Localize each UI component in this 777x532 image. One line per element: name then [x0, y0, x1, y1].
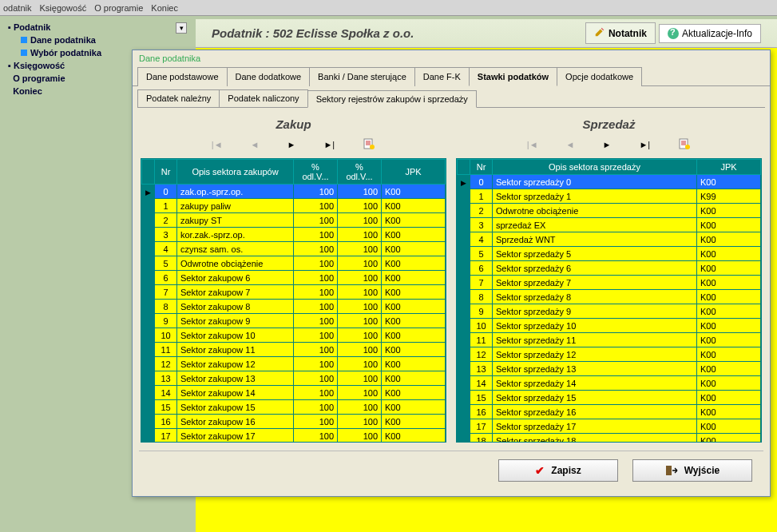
- nav-root[interactable]: ▪ Podatnik: [5, 21, 187, 34]
- col-header[interactable]: Nr: [470, 160, 493, 175]
- col-header[interactable]: Opis sektora zakupów: [177, 160, 294, 185]
- table-row[interactable]: 0Sektor sprzedaży 0K00: [458, 175, 761, 189]
- tab-notatnik-label: Notatnik: [609, 28, 647, 39]
- col-header[interactable]: % odl.V...: [338, 160, 382, 185]
- table-row[interactable]: 18Sektor sprzedaży 18K00: [458, 434, 761, 443]
- table-row[interactable]: 6Sektor sprzedaży 6K00: [458, 261, 761, 276]
- exit-button[interactable]: Wyjście: [632, 459, 752, 482]
- tab-notatnik[interactable]: Notatnik: [585, 22, 656, 44]
- table-row[interactable]: 1Sektor sprzedaży 1K99: [458, 189, 761, 204]
- page-title: Podatnik : 502 Eclisse Społka z o.o.: [212, 26, 582, 40]
- table-row[interactable]: 2zakupy ST100100K00: [142, 213, 446, 228]
- table-row[interactable]: 1zakupy paliw100100K00: [142, 199, 446, 213]
- table-row[interactable]: 9Sektor zakupow 9100100K00: [142, 314, 446, 328]
- outer-tab-0[interactable]: Dane podstawowe: [137, 67, 228, 86]
- outer-tab-4[interactable]: Stawki podatków: [469, 67, 557, 86]
- zakup-navrow: |◄ ◄ ► ►|: [141, 136, 446, 153]
- menu-koniec[interactable]: Koniec: [151, 3, 178, 13]
- table-row[interactable]: 11Sektor zakupow 11100100K00: [142, 343, 446, 357]
- outer-tab-3[interactable]: Dane F-K: [414, 67, 470, 86]
- inner-tab-0[interactable]: Podatek należny: [137, 89, 220, 107]
- collapse-icon[interactable]: ▾: [176, 22, 187, 34]
- table-row[interactable]: 7Sektor sprzedaży 7K00: [458, 276, 761, 290]
- table-row[interactable]: 12Sektor sprzedaży 12K00: [458, 347, 761, 362]
- table-row[interactable]: 3sprzedaż EXK00: [458, 218, 761, 232]
- table-row[interactable]: 10Sektor sprzedaży 10K00: [458, 319, 761, 333]
- nav-prev-icon[interactable]: ◄: [251, 140, 260, 149]
- save-button-label: Zapisz: [551, 465, 581, 476]
- exit-button-label: Wyjście: [684, 465, 720, 476]
- table-row[interactable]: 11Sektor sprzedaży 11K00: [458, 333, 761, 347]
- new-doc-icon[interactable]: [363, 137, 375, 152]
- table-row[interactable]: 15Sektor zakupow 15100100K00: [142, 400, 446, 415]
- header-strip: Podatnik : 502 Eclisse Społka z o.o. Not…: [196, 19, 777, 48]
- sprzedaz-navrow: |◄ ◄ ► ►|: [456, 136, 762, 153]
- col-header[interactable]: JPK: [697, 160, 761, 175]
- outer-tab-5[interactable]: Opcje dodatkowe: [557, 67, 642, 86]
- svg-rect-4: [666, 466, 672, 475]
- table-row[interactable]: 0zak.op.-sprz.op.100100K00: [142, 185, 446, 199]
- table-row[interactable]: 16Sektor sprzedaży 16K00: [458, 405, 761, 419]
- nav-first-icon[interactable]: |◄: [212, 140, 223, 149]
- table-row[interactable]: 4czynsz sam. os.100100K00: [142, 242, 446, 256]
- outer-tabs: Dane podstawoweDane dodatkoweBanki / Dan…: [133, 66, 770, 86]
- modal-footer: ✔ Zapisz Wyjście: [139, 451, 763, 490]
- col-header[interactable]: Opis sektora sprzedaży: [493, 160, 697, 175]
- table-row[interactable]: 6Sektor zakupow 6100100K00: [142, 271, 446, 285]
- menu-ksiegowosc[interactable]: Księgowość: [39, 3, 86, 13]
- table-row[interactable]: 13Sektor sprzedaży 13K00: [458, 362, 761, 376]
- table-row[interactable]: 16Sektor zakupow 16100100K00: [142, 415, 446, 429]
- nav-next-icon[interactable]: ►: [287, 140, 296, 149]
- table-row[interactable]: 15Sektor sprzedaży 15K00: [458, 391, 761, 405]
- table-row[interactable]: 5Odwrotne obciążenie100100K00: [142, 256, 446, 271]
- table-row[interactable]: 17Sektor sprzedaży 17K00: [458, 419, 761, 434]
- table-row[interactable]: 2Odwrotne obciążenieK00: [458, 204, 761, 218]
- tab-aktualizacje[interactable]: Aktualizacje-Info: [659, 24, 761, 43]
- nav-last-icon[interactable]: ►|: [639, 140, 650, 149]
- outer-tab-1[interactable]: Dane dodatkowe: [227, 67, 311, 86]
- table-row[interactable]: 14Sektor zakupow 14100100K00: [142, 386, 446, 400]
- table-row[interactable]: 17Sektor zakupow 17100100K00: [142, 429, 446, 443]
- sprzedaz-grid[interactable]: NrOpis sektora sprzedażyJPK 0Sektor sprz…: [456, 158, 762, 443]
- nav-dane-podatnika[interactable]: Dane podatnika: [5, 34, 187, 46]
- door-exit-icon: [665, 465, 678, 476]
- col-header[interactable]: % odl.V...: [294, 160, 338, 185]
- zakup-grid[interactable]: NrOpis sektora zakupów% odl.V...% odl.V.…: [141, 158, 446, 443]
- table-row[interactable]: 9Sektor sprzedaży 9K00: [458, 304, 761, 319]
- table-row[interactable]: 14Sektor sprzedaży 14K00: [458, 376, 761, 391]
- table-row[interactable]: 5Sektor sprzedaży 5K00: [458, 247, 761, 261]
- zakup-column: Zakup |◄ ◄ ► ►| NrOpis sektora zakupów% …: [141, 117, 446, 443]
- table-row[interactable]: 3kor.zak.-sprz.op.100100K00: [142, 228, 446, 242]
- table-row[interactable]: 8Sektor zakupow 8100100K00: [142, 300, 446, 314]
- svg-point-3: [685, 145, 690, 149]
- nav-first-icon[interactable]: |◄: [527, 140, 538, 149]
- help-globe-icon: [668, 28, 679, 39]
- col-header[interactable]: [458, 160, 470, 175]
- table-row[interactable]: 7Sektor zakupow 7100100K00: [142, 285, 446, 300]
- nav-prev-icon[interactable]: ◄: [566, 140, 575, 149]
- col-header[interactable]: [142, 160, 155, 185]
- nav-last-icon[interactable]: ►|: [323, 140, 335, 149]
- inner-tabs: Podatek należnyPodatek naliczonySektory …: [133, 86, 770, 107]
- pencil-icon: [594, 26, 605, 40]
- save-button[interactable]: ✔ Zapisz: [498, 459, 618, 482]
- nav-next-icon[interactable]: ►: [603, 140, 612, 149]
- table-row[interactable]: 10Sektor zakupow 10100100K00: [142, 328, 446, 343]
- table-row[interactable]: 13Sektor zakupow 13100100K00: [142, 371, 446, 386]
- inner-tab-2[interactable]: Sektory rejestrów zakupów i sprzedaży: [307, 90, 477, 108]
- col-header[interactable]: Nr: [155, 160, 177, 185]
- col-header[interactable]: JPK: [382, 160, 446, 185]
- table-row[interactable]: 12Sektor zakupow 12100100K00: [142, 357, 446, 371]
- sprzedaz-column: Sprzedaż |◄ ◄ ► ►| NrOpis sektora sprzed…: [456, 117, 762, 443]
- new-doc-icon[interactable]: [678, 137, 691, 152]
- modal-title: Dane podatnika: [133, 50, 770, 66]
- modal-dane-podatnika: Dane podatnika Dane podstawoweDane dodat…: [132, 50, 771, 497]
- menu-oprogramie[interactable]: O programie: [94, 3, 143, 13]
- inner-tab-1[interactable]: Podatek naliczony: [219, 89, 307, 107]
- menu-podatnik[interactable]: odatnik: [3, 3, 31, 13]
- tab-aktualizacje-label: Aktualizacje-Info: [682, 28, 752, 39]
- table-row[interactable]: 4Sprzedaż WNTK00: [458, 232, 761, 247]
- outer-tab-2[interactable]: Banki / Dane sterujące: [309, 67, 415, 86]
- menubar: odatnik Księgowość O programie Koniec: [0, 0, 777, 16]
- table-row[interactable]: 8Sektor sprzedaży 8K00: [458, 290, 761, 304]
